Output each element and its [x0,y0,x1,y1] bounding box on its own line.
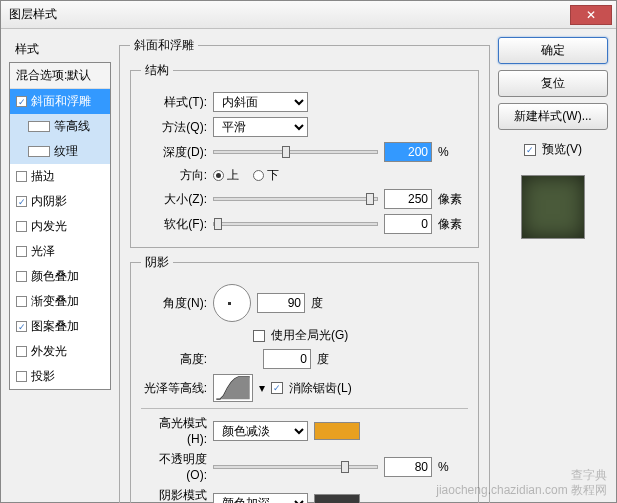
global-light-label: 使用全局光(G) [271,327,348,344]
slider-thumb[interactable] [341,461,349,473]
style-item-label: 投影 [31,368,55,385]
slider-thumb[interactable] [214,218,222,230]
style-checkbox[interactable] [16,271,27,282]
style-item-label: 内阴影 [31,193,67,210]
style-select[interactable]: 内斜面 [213,92,308,112]
style-checkbox[interactable]: ✓ [16,196,27,207]
ok-button[interactable]: 确定 [498,37,608,64]
angle-control[interactable] [213,284,251,322]
highlight-color-swatch[interactable] [314,422,360,440]
angle-label: 角度(N): [141,295,207,312]
radio-icon [253,170,264,181]
window-title: 图层样式 [5,6,570,23]
soften-input[interactable] [384,214,432,234]
blend-options-item[interactable]: 混合选项:默认 [10,63,110,89]
style-item[interactable]: ✓图案叠加 [10,314,110,339]
style-item-label: 内发光 [31,218,67,235]
close-button[interactable]: ✕ [570,5,612,25]
highlight-opacity-input[interactable] [384,457,432,477]
altitude-unit: 度 [317,351,347,368]
size-slider[interactable] [213,197,378,201]
style-item[interactable]: ✓斜面和浮雕 [10,89,110,114]
style-checkbox[interactable]: ✓ [16,96,27,107]
style-checkbox[interactable] [16,221,27,232]
highlight-opacity-label: 不透明度(O): [141,451,207,482]
size-input[interactable] [384,189,432,209]
style-item[interactable]: 描边 [10,164,110,189]
direction-down-radio[interactable]: 下 [253,167,279,184]
angle-input[interactable] [257,293,305,313]
gloss-contour-picker[interactable] [213,374,253,402]
altitude-input[interactable] [263,349,311,369]
gloss-contour-label: 光泽等高线: [141,380,207,397]
style-item[interactable]: 颜色叠加 [10,264,110,289]
titlebar: 图层样式 ✕ [1,1,616,29]
action-panel: 确定 复位 新建样式(W)... ✓ 预览(V) [498,37,608,494]
preview-label: 预览(V) [542,141,582,158]
global-light-checkbox[interactable] [253,330,265,342]
style-checkbox[interactable] [16,246,27,257]
style-checkbox[interactable] [16,371,27,382]
preview-checkbox[interactable]: ✓ [524,144,536,156]
style-checkbox[interactable] [28,121,50,132]
depth-unit: % [438,145,468,159]
shadow-mode-label: 阴影模式(A): [141,487,207,503]
style-item[interactable]: 光泽 [10,239,110,264]
slider-thumb[interactable] [282,146,290,158]
highlight-opacity-slider[interactable] [213,465,378,469]
technique-label: 方法(Q): [141,119,207,136]
radio-icon [213,170,224,181]
style-checkbox[interactable] [16,171,27,182]
style-item[interactable]: 投影 [10,364,110,389]
altitude-label: 高度: [141,351,207,368]
highlight-opacity-unit: % [438,460,468,474]
depth-label: 深度(D): [141,144,207,161]
size-label: 大小(Z): [141,191,207,208]
style-item[interactable]: 渐变叠加 [10,289,110,314]
highlight-mode-select[interactable]: 颜色减淡 [213,421,308,441]
soften-slider[interactable] [213,222,378,226]
style-item-label: 等高线 [54,118,90,135]
style-item-label: 图案叠加 [31,318,79,335]
shading-title: 阴影 [141,254,173,271]
bevel-title: 斜面和浮雕 [130,37,198,54]
style-label: 样式(T): [141,94,207,111]
style-checkbox[interactable] [16,346,27,357]
shadow-mode-select[interactable]: 颜色加深 [213,493,308,504]
shadow-color-swatch[interactable] [314,494,360,504]
structure-group: 结构 样式(T): 内斜面 方法(Q): 平滑 深度(D): % [130,62,479,248]
direction-up-radio[interactable]: 上 [213,167,239,184]
antialias-label: 消除锯齿(L) [289,380,352,397]
style-checkbox[interactable] [28,146,50,157]
style-item-label: 外发光 [31,343,67,360]
style-item[interactable]: 纹理 [10,139,110,164]
preview-thumbnail [521,175,585,239]
style-item-label: 光泽 [31,243,55,260]
style-item[interactable]: ✓内阴影 [10,189,110,214]
style-item-label: 斜面和浮雕 [31,93,91,110]
depth-input[interactable] [384,142,432,162]
style-checkbox[interactable] [16,296,27,307]
bevel-group: 斜面和浮雕 结构 样式(T): 内斜面 方法(Q): 平滑 深度(D): [119,37,490,503]
style-item-label: 颜色叠加 [31,268,79,285]
antialias-checkbox[interactable]: ✓ [271,382,283,394]
cancel-button[interactable]: 复位 [498,70,608,97]
styles-heading: 样式 [9,37,111,62]
layer-style-dialog: 图层样式 ✕ 样式 混合选项:默认 ✓斜面和浮雕等高线纹理描边✓内阴影内发光光泽… [0,0,617,503]
size-unit: 像素 [438,191,468,208]
slider-thumb[interactable] [366,193,374,205]
shading-group: 阴影 角度(N): 度 使用全局光(G) 高度: [130,254,479,503]
depth-slider[interactable] [213,150,378,154]
style-item[interactable]: 内发光 [10,214,110,239]
technique-select[interactable]: 平滑 [213,117,308,137]
new-style-button[interactable]: 新建样式(W)... [498,103,608,130]
highlight-mode-label: 高光模式(H): [141,415,207,446]
style-item[interactable]: 外发光 [10,339,110,364]
soften-label: 软化(F): [141,216,207,233]
styles-list: 混合选项:默认 ✓斜面和浮雕等高线纹理描边✓内阴影内发光光泽颜色叠加渐变叠加✓图… [9,62,111,390]
style-item-label: 渐变叠加 [31,293,79,310]
settings-panel: 斜面和浮雕 结构 样式(T): 内斜面 方法(Q): 平滑 深度(D): [119,37,490,494]
style-checkbox[interactable]: ✓ [16,321,27,332]
style-item[interactable]: 等高线 [10,114,110,139]
chevron-down-icon[interactable]: ▾ [259,381,265,395]
